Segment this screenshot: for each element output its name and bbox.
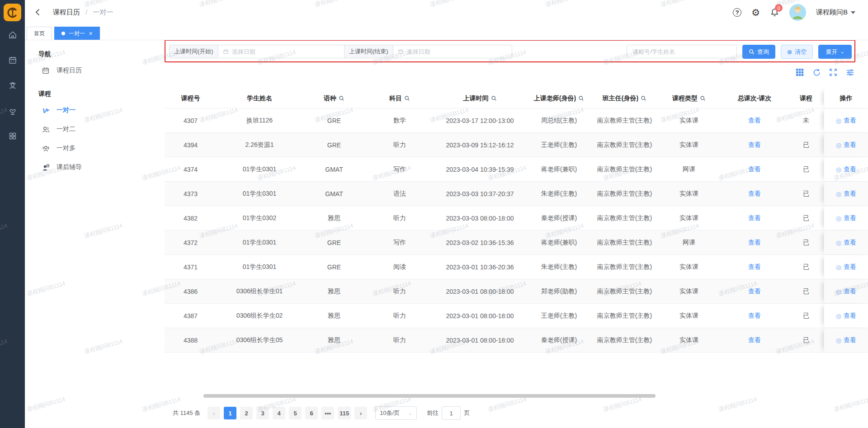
search-button[interactable]: 查询	[742, 45, 775, 59]
next-page-button[interactable]: ›	[354, 407, 367, 419]
row-view-link[interactable]: 查看	[844, 141, 856, 149]
schedule-view-link[interactable]: 查看	[748, 141, 761, 149]
clear-button[interactable]: ⊗ 清空	[781, 45, 813, 59]
expand-button[interactable]: 展开 ⌄	[818, 45, 852, 59]
column-search-icon[interactable]	[404, 95, 410, 101]
column-header: 课程号	[165, 89, 217, 108]
column-search-icon[interactable]	[491, 95, 497, 101]
column-header[interactable]: 上课老师(身份)	[526, 89, 592, 108]
notification-bell-icon[interactable]: 0	[770, 8, 779, 17]
column-header[interactable]: 语种	[302, 89, 366, 108]
refresh-icon[interactable]	[812, 68, 821, 77]
close-icon[interactable]: ✕	[89, 31, 93, 37]
cell-no: 4307	[165, 108, 217, 132]
app-logo[interactable]	[4, 4, 21, 21]
row-view-link[interactable]: 查看	[844, 239, 856, 247]
row-view-link[interactable]: 查看	[844, 190, 856, 198]
action-cell: ◎查看	[824, 304, 868, 328]
column-settings-icon[interactable]	[845, 68, 854, 77]
density-grid-icon[interactable]	[795, 68, 804, 77]
home-icon[interactable]	[8, 30, 18, 40]
cell-status: 已	[788, 157, 824, 181]
user-menu[interactable]: 课程顾问B	[816, 8, 855, 17]
help-icon[interactable]: ?	[733, 8, 741, 17]
table-row: 437401学生0301GMAT写作2023-03-04 10:39-15:39…	[165, 157, 868, 182]
keyword-search-input[interactable]	[627, 45, 737, 58]
row-view-link[interactable]: 查看	[844, 214, 856, 222]
cell-subject: 语法	[366, 182, 434, 206]
student-icon[interactable]	[8, 80, 18, 90]
cell-student: 01学生0301	[217, 182, 302, 206]
column-header-label: 语种	[324, 94, 336, 103]
cell-time: 2023-03-09 15:12-16:12	[434, 133, 526, 157]
column-header[interactable]: 课程类型	[657, 89, 721, 108]
sidebar-item-one-to-many[interactable]: 一对多	[25, 139, 160, 158]
sidebar-item-one-on-one[interactable]: VIP 一对一	[25, 101, 160, 120]
prev-page-button[interactable]: ‹	[208, 407, 220, 419]
eye-icon: ◎	[836, 288, 841, 295]
back-icon[interactable]	[33, 7, 43, 17]
schedule-view-link[interactable]: 查看	[748, 263, 761, 271]
chevron-down-icon	[851, 11, 855, 14]
cell-lang: GMAT	[302, 157, 366, 181]
schedule-view-link[interactable]: 查看	[748, 214, 761, 222]
cell-teacher: 周总结(主教)	[526, 108, 592, 132]
schedule-view-link[interactable]: 查看	[748, 190, 761, 198]
column-search-icon[interactable]	[700, 95, 706, 101]
column-search-icon[interactable]	[578, 95, 584, 101]
row-view-link[interactable]: 查看	[844, 117, 856, 125]
end-date-field[interactable]	[407, 48, 507, 55]
jump-suffix-label: 页	[464, 409, 470, 417]
sidebar-item-course-calendar[interactable]: 课程日历	[25, 61, 160, 80]
schedule-view-cell: 查看	[721, 108, 788, 132]
row-view-link[interactable]: 查看	[844, 336, 856, 344]
table-row: 437101学生0301GRE阅读2023-03-01 10:36-20:36朱…	[165, 255, 868, 279]
clear-button-label: 清空	[795, 48, 807, 56]
schedule-view-link[interactable]: 查看	[748, 239, 761, 247]
column-header[interactable]: 科目	[366, 89, 434, 108]
schedule-view-link[interactable]: 查看	[748, 287, 761, 296]
page-size-select[interactable]: 10条/页 ⌄	[375, 406, 417, 420]
tab-one-on-one[interactable]: 一对一 ✕	[54, 27, 100, 40]
cell-time: 2023-03-04 10:39-15:39	[434, 157, 526, 181]
schedule-view-link[interactable]: 查看	[748, 312, 761, 320]
start-date-input[interactable]	[218, 45, 348, 58]
column-header[interactable]: 上课时间	[434, 89, 526, 108]
schedule-view-link[interactable]: 查看	[748, 336, 761, 344]
schedule-view-link[interactable]: 查看	[748, 117, 761, 125]
column-header[interactable]: 班主任(身份)	[592, 89, 657, 108]
gear-icon[interactable]: ⚙	[751, 8, 760, 17]
sidebar-item-one-on-two[interactable]: 一对二	[25, 120, 160, 139]
sidebar: 导航 课程日历 课程 VIP 一对一 一对二	[25, 40, 160, 177]
row-view-link[interactable]: 查看	[844, 263, 856, 271]
horizontal-scrollbar[interactable]	[203, 394, 656, 398]
column-search-icon[interactable]	[339, 95, 344, 101]
page-ellipsis[interactable]: •••	[321, 407, 334, 419]
calendar-rail-icon[interactable]	[8, 55, 18, 65]
cell-head: 南京教师主管(主教)	[592, 230, 657, 254]
breadcrumb-parent[interactable]: 课程日历	[53, 8, 80, 16]
cell-time: 2023-03-01 10:36-20:36	[434, 255, 526, 279]
filter-bar: 上课时间(开始) 上课时间(结束) 查询 ⊗ 清空 展开 ⌄	[165, 40, 855, 62]
apps-grid-icon[interactable]	[8, 131, 18, 141]
heart-care-icon[interactable]	[8, 106, 18, 116]
start-date-field[interactable]	[232, 48, 343, 55]
column-search-icon[interactable]	[641, 95, 646, 101]
fullscreen-icon[interactable]	[829, 68, 838, 77]
row-view-link[interactable]: 查看	[844, 287, 856, 296]
sidebar-item-after-class-tutoring[interactable]: 课后辅导	[25, 158, 160, 177]
page-button[interactable]: 4	[273, 407, 285, 419]
page-button[interactable]: 6	[305, 407, 318, 419]
page-button[interactable]: 2	[240, 407, 253, 419]
page-button[interactable]: 115	[338, 407, 351, 419]
jump-page-input[interactable]	[442, 406, 461, 420]
page-button[interactable]: 1	[224, 407, 236, 419]
row-view-link[interactable]: 查看	[844, 165, 856, 174]
schedule-view-link[interactable]: 查看	[748, 165, 761, 174]
row-view-link[interactable]: 查看	[844, 312, 856, 320]
avatar[interactable]	[789, 4, 806, 21]
end-date-input[interactable]	[393, 45, 512, 58]
tab-home[interactable]: 首页	[27, 27, 52, 40]
page-button[interactable]: 5	[289, 407, 302, 419]
page-button[interactable]: 3	[256, 407, 269, 419]
